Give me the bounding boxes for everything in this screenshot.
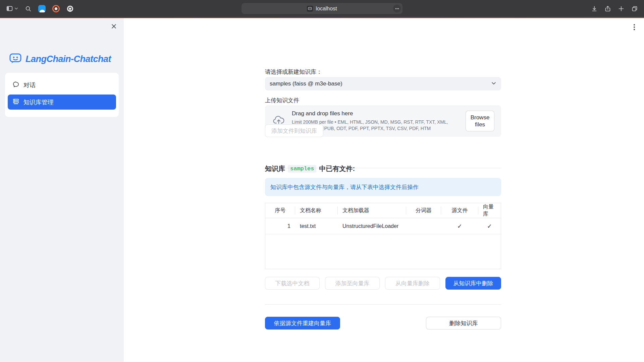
kb-bottom-buttons: 依据源文件重建向量库 删除知识库 bbox=[265, 317, 501, 329]
cell-index[interactable]: 1 bbox=[265, 218, 295, 234]
tab-overview-button[interactable] bbox=[631, 5, 638, 12]
address-bar[interactable]: localhost bbox=[241, 3, 402, 14]
table-row[interactable]: 1 test.txt UnstructuredFileLoader ✓ ✓ bbox=[265, 218, 501, 234]
col-header-sourcefile[interactable]: 源文件 bbox=[441, 203, 478, 218]
sidebar-item-label: 对话 bbox=[23, 81, 36, 89]
page-menu-button[interactable] bbox=[630, 22, 639, 32]
tab-search-button[interactable] bbox=[25, 5, 32, 12]
cell-sourcefile-check[interactable]: ✓ bbox=[441, 218, 478, 234]
kb-heading-suffix: 中已有文件: bbox=[319, 164, 355, 173]
browser-toolbar: localhost bbox=[0, 0, 644, 17]
cell-loader[interactable]: UnstructuredFileLoader bbox=[338, 218, 406, 234]
delete-kb-button[interactable]: 删除知识库 bbox=[426, 317, 501, 329]
uploader-title: Drag and drop files here bbox=[292, 110, 459, 117]
sidebar-close-button[interactable] bbox=[110, 23, 118, 31]
col-header-vectorstore[interactable]: 向量库 bbox=[478, 203, 501, 218]
screen: localhost bbox=[0, 0, 644, 362]
kb-name-code: samples bbox=[288, 165, 316, 173]
downloads-button[interactable] bbox=[591, 5, 598, 12]
info-alert: 知识库中包含源文件与向量库，请从下表中选择文件后操作 bbox=[265, 178, 501, 196]
plus-icon bbox=[618, 5, 625, 12]
remove-from-vectorstore-button[interactable]: 从向量库删除 bbox=[385, 277, 440, 290]
kb-select-label: 请选择或新建知识库： bbox=[265, 68, 322, 76]
sidebar-toggle-button[interactable] bbox=[6, 5, 18, 12]
tabs-icon bbox=[631, 5, 638, 12]
cell-filename[interactable]: test.txt bbox=[295, 218, 338, 234]
table-header-row: 序号 文档名称 文档加载器 分词器 源文件 向量库 bbox=[265, 203, 501, 218]
col-header-filename[interactable]: 文档名称 bbox=[295, 203, 338, 218]
file-action-buttons: 下载选中文档 添加至向量库 从向量库删除 从知识库中删除 bbox=[265, 277, 501, 290]
divider bbox=[265, 304, 501, 305]
chevron-down-icon bbox=[491, 80, 496, 87]
sidebar: LangChain-Chatchat 对话 知识库管理 bbox=[0, 18, 124, 362]
download-selected-button[interactable]: 下载选中文档 bbox=[265, 277, 320, 290]
pinned-app-blue-icon[interactable] bbox=[38, 5, 46, 12]
add-files-to-kb-button[interactable]: 添加文件到知识库 bbox=[265, 124, 323, 137]
sidebar-item-label: 知识库管理 bbox=[23, 98, 54, 106]
main-content: 请选择或新建知识库： samples (faiss @ m3e-base) 上传… bbox=[265, 18, 501, 362]
pinned-app-orange-icon[interactable] bbox=[52, 5, 60, 12]
toolbar-left-group bbox=[6, 5, 74, 12]
logo-icon bbox=[9, 52, 22, 66]
kb-files-heading: 知识库 samples 中已有文件: bbox=[265, 164, 355, 173]
close-icon bbox=[111, 23, 117, 31]
share-button[interactable] bbox=[604, 5, 611, 12]
col-header-splitter[interactable]: 分词器 bbox=[406, 203, 441, 218]
app-logo: LangChain-Chatchat bbox=[9, 52, 111, 66]
page-body: LangChain-Chatchat 对话 知识库管理 bbox=[0, 18, 644, 362]
chat-icon bbox=[12, 81, 19, 89]
upload-label: 上传知识文件 bbox=[265, 97, 299, 104]
kb-icon bbox=[12, 98, 19, 107]
sidebar-item-dialogue[interactable]: 对话 bbox=[8, 77, 116, 93]
sidebar-toggle-icon bbox=[6, 5, 13, 12]
cell-splitter[interactable] bbox=[406, 218, 441, 234]
delete-from-kb-button[interactable]: 从知识库中删除 bbox=[445, 277, 501, 290]
col-header-loader[interactable]: 文档加载器 bbox=[338, 203, 406, 218]
sidebar-item-kb-management[interactable]: 知识库管理 bbox=[8, 95, 116, 110]
download-icon bbox=[591, 5, 598, 12]
chevron-down-icon bbox=[14, 7, 18, 10]
share-icon bbox=[604, 5, 611, 12]
logo-text: LangChain-Chatchat bbox=[25, 54, 111, 64]
kb-heading-prefix: 知识库 bbox=[265, 164, 285, 173]
add-to-vectorstore-button[interactable]: 添加至向量库 bbox=[325, 277, 380, 290]
browse-files-button[interactable]: Browse files bbox=[466, 111, 494, 131]
search-icon bbox=[25, 5, 32, 12]
col-header-index[interactable]: 序号 bbox=[265, 203, 295, 218]
address-url: localhost bbox=[316, 6, 337, 12]
new-tab-button[interactable] bbox=[618, 5, 625, 12]
toolbar-right-group bbox=[591, 5, 638, 12]
address-bar-more-button[interactable] bbox=[393, 5, 401, 12]
sidebar-nav: 对话 知识库管理 bbox=[5, 73, 119, 117]
kb-select-value: samples (faiss @ m3e-base) bbox=[270, 80, 342, 87]
kb-select[interactable]: samples (faiss @ m3e-base) bbox=[265, 77, 501, 90]
kb-files-table[interactable]: 序号 文档名称 文档加载器 分词器 源文件 向量库 1 test.txt Uns… bbox=[265, 203, 501, 269]
rebuild-vectorstore-button[interactable]: 依据源文件重建向量库 bbox=[265, 317, 340, 329]
github-app-icon[interactable] bbox=[66, 5, 74, 12]
site-favicon bbox=[307, 6, 313, 12]
cell-vectorstore-check[interactable]: ✓ bbox=[478, 218, 501, 234]
